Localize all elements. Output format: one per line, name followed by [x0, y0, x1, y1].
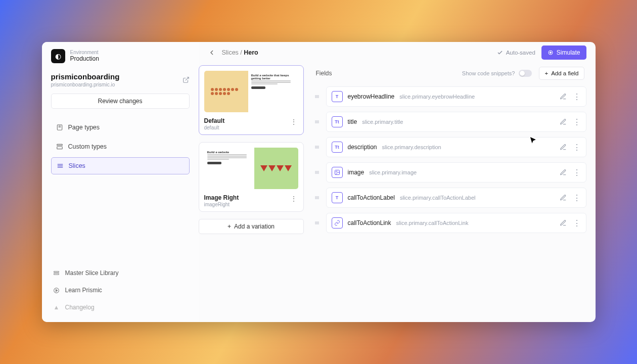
field-row: Ttdescriptionslice.primary.description⋮ [314, 137, 586, 157]
field-name: title [348, 118, 357, 125]
variation-id: imageRight [204, 202, 239, 207]
master-slice-library-link[interactable]: Master Slice Library [51, 266, 190, 280]
field-row: Tttitleslice.primary.title⋮ [314, 112, 586, 132]
custom-types-icon [56, 143, 63, 150]
variation-more-button[interactable]: ⋮ [289, 117, 298, 126]
edit-field-icon[interactable] [560, 169, 567, 176]
variation-title: Default [204, 117, 225, 124]
field-type-icon: Tt [332, 142, 343, 153]
edit-field-icon[interactable] [560, 194, 567, 201]
field-card[interactable]: Ttdescriptionslice.primary.description⋮ [326, 137, 586, 157]
drag-handle-icon[interactable] [314, 195, 321, 201]
field-type-icon: Tt [332, 116, 343, 127]
svg-marker-9 [56, 289, 57, 291]
field-path: slice.primary.eyebrowHeadline [399, 94, 475, 100]
repo-url: prismiconboarding.prismic.io [51, 82, 120, 87]
thumb-headline: Build a website that keeps getting bette… [251, 74, 295, 80]
field-list: TeyebrowHeadlineslice.primary.eyebrowHea… [314, 86, 586, 233]
footer-label: Master Slice Library [65, 269, 119, 277]
field-more-icon[interactable]: ⋮ [573, 117, 581, 127]
sidebar-nav: Page types Custom types Slices [51, 119, 190, 174]
review-changes-button[interactable]: Review changes [51, 94, 190, 109]
field-row: imageslice.primary.image⋮ [314, 162, 586, 183]
play-circle-icon [53, 287, 60, 294]
app-logo: ◐ [51, 49, 65, 63]
simulate-button[interactable]: Simulate [541, 46, 586, 60]
sidebar-item-custom-types[interactable]: Custom types [51, 138, 190, 155]
simulate-label: Simulate [557, 49, 580, 56]
plus-icon: + [228, 223, 231, 230]
field-row: callToActionLinkslice.primary.callToActi… [314, 213, 586, 233]
sidebar-item-page-types[interactable]: Page types [51, 119, 190, 136]
field-name: callToActionLink [348, 219, 391, 226]
field-card[interactable]: TcallToActionLabelslice.primary.callToAc… [326, 188, 586, 208]
fields-column: Fields Show code snippets? + Add a field… [314, 65, 586, 313]
field-card[interactable]: TeyebrowHeadlineslice.primary.eyebrowHea… [326, 86, 586, 107]
field-more-icon[interactable]: ⋮ [573, 193, 581, 203]
add-field-button[interactable]: + Add a field [539, 67, 584, 80]
sidebar-item-slices[interactable]: Slices [51, 157, 190, 174]
field-card[interactable]: imageslice.primary.image⋮ [326, 162, 586, 183]
field-more-icon[interactable]: ⋮ [573, 168, 581, 177]
edit-field-icon[interactable] [560, 219, 567, 226]
svg-rect-7 [54, 274, 59, 275]
add-variation-button[interactable]: + Add a variation [199, 219, 304, 234]
sidebar-item-label: Slices [69, 162, 85, 169]
field-name: description [348, 144, 377, 151]
field-type-icon [332, 217, 343, 229]
sidebar-item-label: Page types [68, 124, 100, 131]
breadcrumb-root[interactable]: Slices [222, 49, 239, 56]
environment-switcher[interactable]: ◐ Environment Production [51, 49, 190, 63]
review-changes-label: Review changes [98, 98, 142, 105]
drag-handle-icon[interactable] [314, 144, 321, 150]
variation-id: default [204, 125, 225, 130]
field-row: TcallToActionLabelslice.primary.callToAc… [314, 188, 586, 208]
edit-field-icon[interactable] [560, 144, 567, 151]
field-more-icon[interactable]: ⋮ [573, 92, 581, 102]
add-variation-label: Add a variation [234, 223, 275, 230]
sidebar-item-label: Custom types [68, 143, 107, 150]
svg-line-0 [185, 77, 188, 80]
breadcrumb-sep: / [239, 49, 244, 56]
drag-handle-icon[interactable] [314, 169, 321, 175]
field-name: eyebrowHeadline [348, 93, 395, 100]
variation-card-default[interactable]: Build a website that keeps getting bette… [199, 65, 304, 135]
page-types-icon [56, 124, 63, 131]
svg-rect-4 [57, 144, 62, 145]
field-path: slice.primary.callToActionLink [396, 220, 469, 226]
drag-handle-icon[interactable] [314, 119, 321, 125]
edit-field-icon[interactable] [560, 118, 567, 125]
svg-rect-5 [57, 147, 62, 149]
open-external-icon[interactable] [183, 76, 190, 83]
drag-handle-icon[interactable] [314, 220, 321, 226]
main: Slices / Hero Auto-saved Simulate [199, 42, 596, 322]
env-value: Production [70, 56, 99, 63]
variation-card-image-right[interactable]: Build a website Image Right imageRight ⋮ [199, 142, 304, 212]
autosaved-label: Auto-saved [506, 50, 535, 56]
drag-handle-icon[interactable] [314, 94, 321, 100]
field-card[interactable]: Tttitleslice.primary.title⋮ [326, 112, 586, 132]
learn-prismic-link[interactable]: Learn Prismic [51, 284, 190, 297]
library-icon [53, 270, 60, 277]
back-button[interactable] [208, 49, 216, 57]
fields-title: Fields [316, 70, 332, 77]
field-more-icon[interactable]: ⋮ [573, 143, 581, 152]
slices-icon [57, 162, 64, 169]
show-snippets-toggle[interactable]: Show code snippets? [462, 70, 532, 77]
field-card[interactable]: callToActionLinkslice.primary.callToActi… [326, 213, 586, 233]
add-field-label: Add a field [551, 70, 578, 76]
field-name: callToActionLabel [348, 194, 395, 201]
repo-name: prismiconboarding [51, 72, 120, 81]
toggle-switch[interactable] [519, 70, 532, 77]
plus-icon: + [544, 70, 548, 76]
field-path: slice.primary.title [362, 119, 403, 125]
variation-more-button[interactable]: ⋮ [289, 194, 298, 203]
field-more-icon[interactable]: ⋮ [573, 218, 581, 228]
field-path: slice.primary.callToActionLabel [400, 195, 476, 201]
edit-field-icon[interactable] [560, 93, 567, 100]
field-type-icon: T [332, 192, 343, 203]
changelog-icon: ▲ [53, 304, 60, 311]
field-type-icon: T [332, 91, 343, 102]
snippets-label: Show code snippets? [462, 70, 515, 76]
changelog-link[interactable]: ▲ Changelog [51, 301, 190, 314]
